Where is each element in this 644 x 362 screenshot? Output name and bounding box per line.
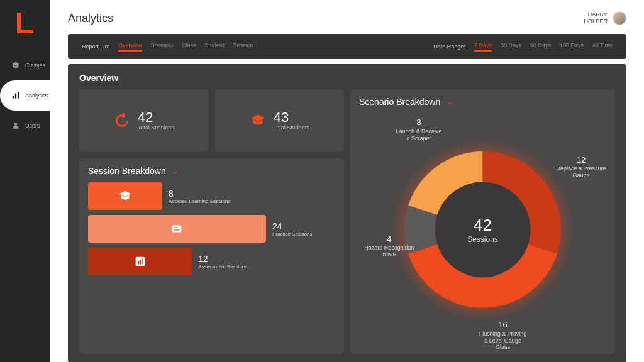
date-range-label: Date Range: xyxy=(433,43,465,50)
bar-info: 12 Assessment Sessions xyxy=(198,254,247,270)
overview-title: Overview xyxy=(79,73,615,83)
bar-info: 8 Assisted Learning Sessions xyxy=(169,189,230,204)
header: Analytics HARRY HOLDER xyxy=(68,11,626,25)
report-opt-scenario[interactable]: Scenario xyxy=(151,42,174,52)
stat-total-students: 43 Total Students xyxy=(215,89,345,152)
date-opt-all[interactable]: All Time xyxy=(592,42,613,52)
svg-rect-5 xyxy=(174,227,178,228)
session-breakdown-card: Session Breakdown ⌄ 8 Assisted Learning … xyxy=(79,158,344,354)
session-breakdown-title[interactable]: Session Breakdown ⌄ xyxy=(88,166,335,176)
bar-label: Practice Sessions xyxy=(272,231,313,237)
session-bar-row: 12 Assessment Sessions xyxy=(88,248,335,275)
bar-icon xyxy=(170,222,184,236)
filter-bar: Report On: Overview Scenario Class Stude… xyxy=(68,34,626,59)
sidebar-item-users[interactable]: Users xyxy=(0,111,50,141)
svg-point-3 xyxy=(14,123,18,126)
stat-value: 42 xyxy=(138,111,174,124)
report-on-label: Report On: xyxy=(82,43,109,50)
donut-center-label: Sessions xyxy=(467,235,498,244)
users-icon xyxy=(11,121,20,130)
date-opt-30[interactable]: 30 Days xyxy=(501,42,521,52)
bar-icon xyxy=(118,189,132,203)
report-opt-session[interactable]: Session xyxy=(233,42,253,52)
report-opt-student[interactable]: Student xyxy=(205,42,225,52)
slice-label: 12 Replace a Pressure Gauge xyxy=(556,155,606,179)
session-bar[interactable] xyxy=(88,248,192,275)
app-logo xyxy=(15,13,35,35)
stat-value: 43 xyxy=(274,111,309,124)
session-bar-row: 8 Assisted Learning Sessions xyxy=(88,182,335,210)
session-bar[interactable] xyxy=(88,215,266,243)
slice-label: 16 Flushing & Proving a Level Gauge Glas… xyxy=(478,320,528,351)
bar-value: 8 xyxy=(169,189,230,199)
main-area: Analytics HARRY HOLDER Report On: Overvi… xyxy=(50,0,644,362)
user-name: HARRY HOLDER xyxy=(584,11,608,25)
slice-label: 8 Launch & Receive a Scraper xyxy=(394,118,444,141)
user-first: HARRY xyxy=(584,11,608,18)
sidebar-item-label: Analytics xyxy=(25,92,48,99)
stat-label: Total Sessions xyxy=(138,124,174,131)
scenario-breakdown-title[interactable]: Scenario Breakdown ⌄ xyxy=(359,97,606,107)
sidebar-item-label: Users xyxy=(25,123,40,129)
chevron-down-icon: ⌄ xyxy=(172,167,179,175)
refresh-icon xyxy=(114,112,130,129)
svg-rect-0 xyxy=(13,96,14,99)
stat-label: Total Students xyxy=(274,124,309,131)
sidebar: Classes Analytics Users xyxy=(0,0,50,362)
analytics-icon xyxy=(11,91,20,100)
donut-center-value: 42 xyxy=(467,216,498,235)
svg-rect-9 xyxy=(140,260,141,264)
date-opt-180[interactable]: 180 Days xyxy=(560,42,584,52)
overview-panel: Overview 42 Total Sessions xyxy=(68,64,626,362)
report-opt-class[interactable]: Class xyxy=(182,42,196,52)
slice-label: 4 Hazard Recognition in IVR xyxy=(364,234,414,258)
card-title-text: Session Breakdown xyxy=(88,166,166,176)
svg-rect-4 xyxy=(172,226,182,233)
bar-label: Assisted Learning Sessions xyxy=(169,199,230,204)
stat-total-sessions: 42 Total Sessions xyxy=(79,89,209,152)
report-opt-overview[interactable]: Overview xyxy=(118,42,142,52)
user-block[interactable]: HARRY HOLDER xyxy=(584,11,626,25)
svg-rect-8 xyxy=(138,261,139,265)
stat-row: 42 Total Sessions 43 Total Students xyxy=(79,89,344,152)
session-bar[interactable] xyxy=(88,182,162,210)
user-last: HOLDER xyxy=(584,18,608,25)
svg-rect-6 xyxy=(174,229,180,231)
bar-info: 24 Practice Sessions xyxy=(272,221,313,237)
session-bar-row: 24 Practice Sessions xyxy=(88,215,335,243)
bar-value: 12 xyxy=(198,254,247,264)
sidebar-item-analytics[interactable]: Analytics xyxy=(0,80,50,111)
sidebar-item-label: Classes xyxy=(25,62,45,69)
svg-rect-1 xyxy=(15,94,16,99)
classes-icon xyxy=(11,61,20,70)
svg-rect-10 xyxy=(141,258,142,264)
donut-chart: 42 Sessions 8 Launch & Receive a Scraper… xyxy=(359,113,606,346)
bar-value: 24 xyxy=(272,221,313,231)
date-opt-90[interactable]: 90 Days xyxy=(530,42,551,52)
date-opt-7[interactable]: 7 Days xyxy=(474,42,492,52)
bar-icon xyxy=(133,255,147,268)
svg-rect-2 xyxy=(18,92,19,99)
sidebar-item-classes[interactable]: Classes xyxy=(0,50,50,80)
bar-label: Assessment Sessions xyxy=(198,264,247,270)
donut-center: 42 Sessions xyxy=(467,216,498,244)
card-title-text: Scenario Breakdown xyxy=(359,97,440,107)
graduation-cap-icon xyxy=(250,112,266,129)
page-title: Analytics xyxy=(68,12,113,25)
scenario-breakdown-card: Scenario Breakdown ⌄ 42 Sessions 8 xyxy=(350,89,615,354)
avatar[interactable] xyxy=(613,11,626,25)
chevron-down-icon: ⌄ xyxy=(447,97,453,106)
